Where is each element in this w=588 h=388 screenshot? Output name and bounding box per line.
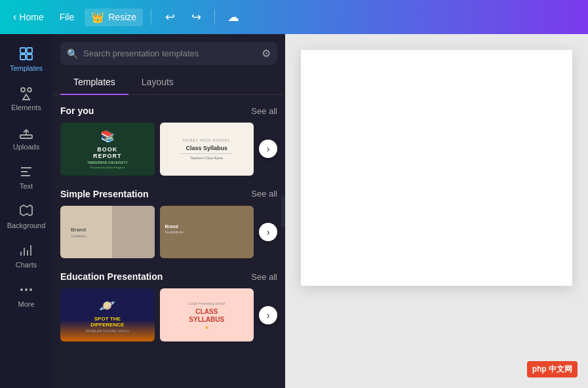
education-presentation-see-all[interactable]: See all <box>251 272 277 282</box>
topbar-divider-2 <box>214 9 215 25</box>
education-presentation-title: Education Presentation <box>60 271 163 282</box>
sidebar-item-charts[interactable]: Charts <box>0 236 52 275</box>
search-input[interactable] <box>83 48 256 58</box>
for-you-see-all[interactable]: See all <box>251 106 277 116</box>
sidebar-item-more-label: More <box>18 300 34 308</box>
charts-icon <box>18 242 34 258</box>
svg-point-4 <box>21 88 25 92</box>
sidebar-item-uploads[interactable]: Uploads <box>0 118 52 157</box>
topbar-divider <box>151 9 151 25</box>
sidebar-item-elements[interactable]: Elements <box>0 79 52 118</box>
templates-icon <box>18 46 34 62</box>
back-button[interactable]: ‹ Home <box>8 9 49 26</box>
redo-icon: ↪ <box>191 10 201 24</box>
brand-guidelines-2-thumb[interactable]: Brand Guidelines — — — <box>160 206 254 259</box>
tab-layouts[interactable]: Layouts <box>128 70 187 95</box>
class-syllabus-thumb[interactable]: FAIREY HIGH SCHOOL Class Syllabus Teache… <box>160 123 254 176</box>
simple-presentation-header: Simple Presentation See all <box>60 189 277 199</box>
home-label: Home <box>19 12 43 22</box>
resize-label: Resize <box>108 12 136 22</box>
sidebar-item-elements-label: Elements <box>11 104 41 111</box>
topbar: ‹ Home File 👑 Resize ↩ ↪ ☁ <box>0 0 588 34</box>
education-presentation-header: Education Presentation See all <box>60 271 277 282</box>
canvas-area: php 中文网 <box>285 34 588 388</box>
sidebar-item-charts-label: Charts <box>16 261 37 269</box>
book-report-thumb[interactable]: 📚 BOOKREPORT TIMMERMAN UNIVERSITY Presen… <box>60 123 155 176</box>
resize-button[interactable]: 👑 Resize <box>85 9 143 26</box>
undo-icon: ↩ <box>165 10 175 24</box>
sidebar-item-templates[interactable]: Templates <box>0 39 52 79</box>
file-label: File <box>60 12 75 22</box>
watermark: php 中文网 <box>527 361 578 378</box>
planet-icon: 🪐 <box>99 298 115 313</box>
file-button[interactable]: File <box>54 9 80 25</box>
svg-rect-7 <box>20 135 32 138</box>
tab-templates[interactable]: Templates <box>60 70 128 95</box>
svg-point-10 <box>29 288 32 291</box>
svg-point-8 <box>20 288 23 291</box>
simple-presentation-next-button[interactable]: › <box>259 223 277 241</box>
book-stack-icon: 📚 <box>100 129 115 144</box>
simple-presentation-see-all[interactable]: See all <box>251 189 277 199</box>
svg-point-9 <box>25 288 28 291</box>
svg-rect-2 <box>20 54 26 60</box>
sidebar-item-uploads-label: Uploads <box>13 143 39 151</box>
text-icon <box>18 164 34 180</box>
sidebar-item-text[interactable]: Text <box>0 157 52 197</box>
uploads-icon <box>18 125 34 140</box>
simple-presentation-title: Simple Presentation <box>60 189 149 199</box>
templates-panel: 🔍 ⚙ Templates Layouts For you See all <box>52 34 285 388</box>
brand-guidelines-1-thumb[interactable]: Brand Guidelines <box>60 206 155 259</box>
elements-icon <box>18 85 34 101</box>
education-presentation-row: 🪐 SPOT THEDIFFERENCE PROBLEM SOLVING SKI… <box>60 288 277 341</box>
icon-sidebar: Templates Elements Uploads <box>0 34 52 388</box>
sidebar-item-text-label: Text <box>20 182 33 190</box>
main-layout: Templates Elements Uploads <box>0 34 588 388</box>
for-you-title: For you <box>60 106 94 116</box>
svg-marker-6 <box>23 94 29 100</box>
for-you-next-button[interactable]: › <box>259 140 277 158</box>
undo-button[interactable]: ↩ <box>159 7 180 28</box>
upload-button[interactable]: ☁ <box>223 7 244 28</box>
sidebar-item-templates-label: Templates <box>10 64 43 72</box>
filter-button[interactable]: ⚙ <box>262 47 271 60</box>
spot-difference-thumb[interactable]: 🪐 SPOT THEDIFFERENCE PROBLEM SOLVING SKI… <box>60 288 155 341</box>
svg-rect-3 <box>27 54 32 60</box>
panel-content: For you See all 📚 BOOKREPORT TIMMERMAN U… <box>52 95 285 388</box>
sidebar-item-more[interactable]: More <box>0 275 52 315</box>
sidebar-item-background-label: Background <box>7 222 46 229</box>
slide-canvas <box>301 50 572 286</box>
simple-presentation-row: Brand Guidelines Brand Guidelines — — — … <box>60 206 277 259</box>
search-input-wrap: 🔍 ⚙ <box>60 42 277 65</box>
more-icon <box>18 282 34 298</box>
panel-tabs: Templates Layouts <box>52 70 285 95</box>
svg-rect-0 <box>20 48 26 53</box>
education-next-button[interactable]: › <box>259 306 277 324</box>
upload-icon: ☁ <box>227 10 239 24</box>
svg-point-5 <box>28 88 31 92</box>
redo-button[interactable]: ↪ <box>186 7 206 28</box>
panel-collapse-button[interactable]: ‹ <box>281 195 285 227</box>
search-icon: 🔍 <box>67 48 78 59</box>
search-bar: 🔍 ⚙ <box>52 34 285 70</box>
chevron-left-icon: ‹ <box>13 11 16 23</box>
crown-icon: 👑 <box>91 11 104 24</box>
sidebar-item-background[interactable]: Background <box>0 197 52 236</box>
for-you-header: For you See all <box>60 106 277 116</box>
background-icon <box>18 203 34 219</box>
for-you-row: 📚 BOOKREPORT TIMMERMAN UNIVERSITY Presen… <box>60 123 277 176</box>
svg-rect-1 <box>27 48 32 53</box>
class-syllabus-2-thumb[interactable]: Laugh Presenting School CLASSSYLLABUS 👑 <box>160 288 254 341</box>
